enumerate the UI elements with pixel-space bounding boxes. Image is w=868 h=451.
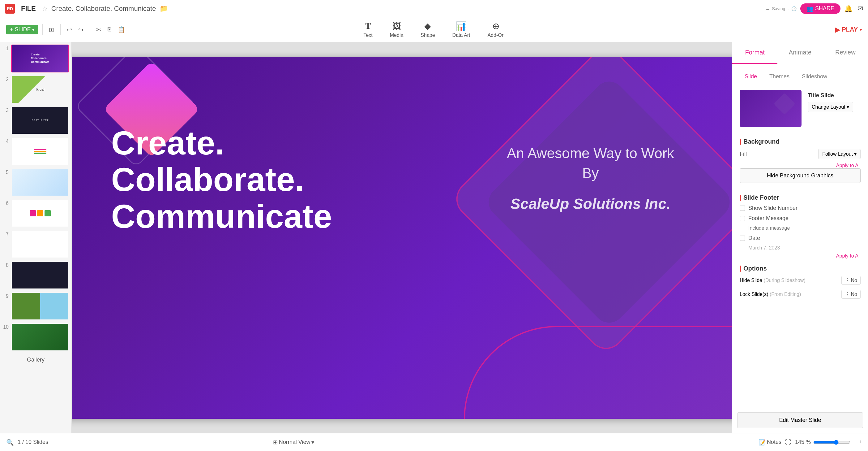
fill-label: Fill — [740, 151, 747, 157]
slide-image-10[interactable] — [11, 323, 69, 351]
background-section: Background Fill Follow Layout ▾ Apply to… — [740, 138, 861, 188]
share-button[interactable]: 👥 SHARE — [800, 3, 840, 14]
slide-image-4[interactable] — [11, 137, 69, 165]
apply-all-bg: Apply to All — [740, 163, 861, 168]
footer-message-checkbox[interactable] — [740, 216, 745, 221]
slide-thumb-3[interactable]: 3 BEST IS YET — [2, 107, 69, 134]
change-layout-button[interactable]: Change Layout ▾ — [808, 102, 853, 112]
lock-slide-toggle[interactable]: ⋮ No — [841, 290, 861, 299]
status-bar: 🔍 1 / 10 Slides ⊞ Normal View ▾ 📝 Notes … — [0, 433, 868, 451]
folder-icon[interactable]: 📁 — [160, 5, 168, 13]
view-mode-button[interactable]: ⊞ Normal View ▾ — [273, 439, 314, 446]
page-indicator: 1 / 10 Slides — [18, 439, 48, 445]
share-icon: 👥 — [806, 5, 813, 12]
subtab-themes[interactable]: Themes — [765, 72, 795, 82]
slide-image-3[interactable]: BEST IS YET — [11, 107, 69, 134]
fill-row: Fill Follow Layout ▾ — [740, 149, 861, 159]
tool-addon[interactable]: ⊕ Add-On — [479, 19, 513, 40]
hide-slide-label-text: Hide Slide — [740, 278, 762, 283]
apply-all-bg-link[interactable]: Apply to All — [836, 163, 861, 168]
hide-slide-row: Hide Slide (During Slideshow) ⋮ No — [740, 276, 861, 285]
background-section-title: Background — [740, 138, 861, 145]
bell-icon[interactable]: 🔔 — [844, 5, 852, 13]
redo-button[interactable]: ↪ — [76, 25, 85, 35]
tab-animate[interactable]: Animate — [777, 42, 823, 64]
hide-slide-sub: (During Slideshow) — [764, 278, 805, 283]
expand-icon[interactable]: ⛶ — [785, 439, 791, 446]
paste-button[interactable]: 📋 — [116, 25, 127, 35]
edit-master-slide-button[interactable]: Edit Master Slide — [737, 412, 863, 428]
favorite-icon[interactable]: ☆ — [42, 5, 48, 12]
slide-image-7[interactable] — [11, 230, 69, 258]
subtab-slideshow[interactable]: Slideshow — [797, 72, 832, 82]
show-slide-number-row: Show Slide Number — [740, 205, 861, 212]
main-content: 1 Create.Collaborate.Communicate 2 Ikiga… — [0, 42, 868, 433]
slide-thumb-4[interactable]: 4 — [2, 137, 69, 165]
undo-button[interactable]: ↩ — [65, 25, 74, 35]
slide-image-5[interactable] — [11, 168, 69, 196]
subtitle-box: An Awesome Way to Work By ScaleUp Soluti… — [501, 143, 680, 213]
slide-thumb-10[interactable]: 10 — [2, 323, 69, 351]
tool-data-art[interactable]: 📊 Data Art — [444, 19, 479, 40]
footer-message-input[interactable] — [748, 225, 861, 231]
slide-panel: 1 Create.Collaborate.Communicate 2 Ikiga… — [0, 42, 72, 433]
cloud-icon: ☁ — [765, 6, 770, 11]
slide-thumb-6[interactable]: 6 — [2, 199, 69, 227]
addon-tool-label: Add-On — [487, 32, 504, 38]
slide-thumb-7[interactable]: 7 — [2, 230, 69, 258]
right-panel-content: Slide Themes Slideshow Title Slide Chang… — [732, 64, 868, 407]
lock-slide-sub: (From Editing) — [770, 291, 801, 297]
slide-thumb-9[interactable]: 9 — [2, 292, 69, 320]
slide-canvas[interactable]: Create. Collaborate. Communicate An Awes… — [72, 57, 732, 419]
add-slide-button[interactable]: + SLIDE ▾ — [6, 25, 38, 34]
tool-shape[interactable]: ◆ Shape — [412, 19, 443, 40]
notes-button[interactable]: 📝 Notes — [759, 439, 781, 446]
play-button[interactable]: ▶ PLAY ▾ — [835, 26, 862, 33]
grid-view-button[interactable]: ⊞ — [47, 25, 56, 35]
slide-image-1[interactable]: Create.Collaborate.Communicate — [11, 45, 69, 73]
hide-slide-toggle-icon: ⋮ — [845, 277, 850, 283]
canvas-area: Create. Collaborate. Communicate An Awes… — [72, 42, 732, 433]
copy-button[interactable]: ⎘ — [106, 25, 113, 34]
sep3 — [90, 24, 90, 35]
hide-background-graphics-button[interactable]: Hide Background Graphics — [740, 168, 861, 183]
fill-select[interactable]: Follow Layout ▾ — [818, 149, 861, 159]
date-checkbox[interactable] — [740, 235, 745, 241]
slide-thumb-8[interactable]: 8 — [2, 261, 69, 289]
tab-review[interactable]: Review — [823, 42, 868, 64]
tool-text[interactable]: 𝐓 Text — [355, 19, 381, 40]
slide-thumb-2[interactable]: 2 Ikigai — [2, 76, 69, 103]
search-icon[interactable]: 🔍 — [6, 439, 14, 446]
slide-image-9[interactable] — [11, 292, 69, 320]
notes-icon: 📝 — [759, 439, 766, 446]
tool-media[interactable]: 🖼 Media — [381, 19, 412, 40]
hide-slide-toggle[interactable]: ⋮ No — [841, 276, 861, 285]
toolbar-center: 𝐓 Text 🖼 Media ◆ Shape 📊 Data Art ⊕ Add-… — [355, 19, 513, 40]
footer-section-title: Slide Footer — [740, 194, 861, 201]
file-menu[interactable]: FILE — [19, 3, 38, 14]
lock-slide-toggle-icon: ⋮ — [845, 291, 850, 297]
cut-button[interactable]: ✂ — [94, 25, 103, 35]
slide-image-8[interactable] — [11, 261, 69, 289]
tab-format[interactable]: Format — [732, 42, 777, 64]
hide-slide-toggle-val: No — [851, 278, 857, 283]
lock-slide-row: Lock Slide(s) (From Editing) ⋮ No — [740, 290, 861, 299]
zoom-slider[interactable] — [813, 440, 850, 445]
slide-thumb-1[interactable]: 1 Create.Collaborate.Communicate — [2, 45, 69, 73]
toolbar-left: + SLIDE ▾ ⊞ ↩ ↪ ✂ ⎘ 📋 — [6, 24, 127, 35]
apply-all-footer-link[interactable]: Apply to All — [836, 253, 861, 258]
top-bar-icons: 🔔 ✉ — [844, 5, 863, 13]
footer-message-row: Footer Message — [740, 215, 861, 222]
status-bar-left: 🔍 1 / 10 Slides — [6, 439, 48, 446]
slide-number-2: 2 — [2, 76, 9, 82]
subtab-slide[interactable]: Slide — [740, 72, 762, 82]
slide-thumb-5[interactable]: 5 — [2, 168, 69, 196]
slide-image-6[interactable] — [11, 199, 69, 227]
zoom-in-icon[interactable]: + — [859, 439, 862, 445]
zoom-out-icon[interactable]: − — [853, 439, 856, 445]
app-logo: RD — [5, 4, 15, 13]
show-slide-number-checkbox[interactable] — [740, 205, 745, 211]
mail-icon[interactable]: ✉ — [858, 5, 863, 13]
slide-image-2[interactable]: Ikigai — [11, 76, 69, 103]
slide-number-10: 10 — [2, 323, 9, 330]
